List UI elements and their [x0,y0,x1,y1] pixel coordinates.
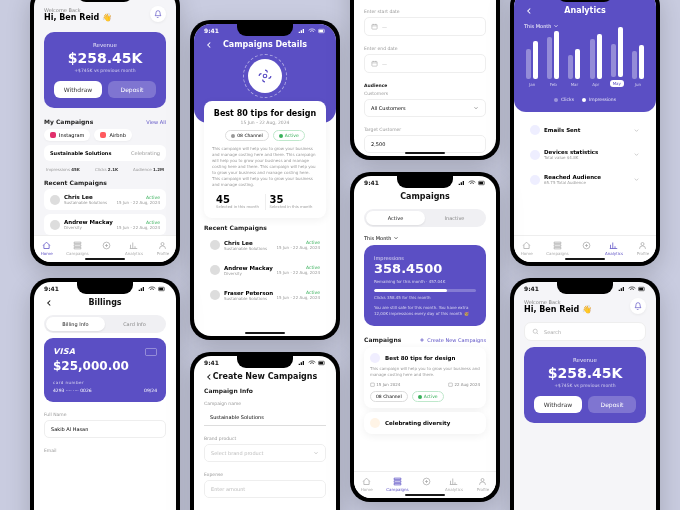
svg-rect-20 [371,383,375,386]
back-button[interactable] [44,293,54,312]
notifications-button[interactable] [630,298,646,314]
svg-rect-21 [449,383,453,386]
stat-row[interactable]: Devices statisticsTotal value $4.8K [524,144,646,165]
list-item[interactable]: Chris LeeSustainable SolutionsActive15 J… [204,235,326,256]
expense-input[interactable]: Enter amount [204,480,326,498]
withdraw-button[interactable]: Withdraw [534,396,582,413]
view-all-link[interactable]: View All [146,119,166,125]
back-button[interactable] [204,35,214,54]
campaign-pill-instagram[interactable]: Instagram [44,129,90,141]
nav-analytics[interactable]: Analytics [125,241,143,256]
fullname-input[interactable]: Sakib Al Hasan [44,420,166,438]
target-input[interactable]: 2,500 [364,135,486,153]
recent-row[interactable]: Andrew MackayDiversityActive15 Jun - 22 … [44,214,166,235]
create-new-link[interactable]: Create New Campaigns [419,337,486,343]
impressions-value: 358.4500 [374,261,476,276]
revenue-value: $258.45K [54,50,156,66]
nav-analytics[interactable]: Analytics [605,241,623,256]
nav-add[interactable] [102,241,111,256]
recent-row[interactable]: Chris LeeSustainable SolutionsActive15 J… [44,189,166,210]
seg-inactive[interactable]: Inactive [425,211,484,225]
phone-billings: 9:41 Billings Billing Info Card Info VIS… [30,278,180,510]
card-balance: $25,000.00 [53,359,157,373]
revenue-delta: +$745K vs previous month [54,68,156,73]
seg-billing-info[interactable]: Billing Info [46,317,105,331]
svg-rect-15 [146,348,157,355]
start-date-input[interactable]: — [364,17,486,36]
phone-form-partial: Enter start date— Enter end date— Audien… [350,0,500,160]
campaign-row[interactable]: Sustainable Solutions Celebrating [44,145,166,161]
phone-analytics: 9:41 Analytics This Month JanFebMarAprMa… [510,0,660,266]
nav-home[interactable]: Home [521,241,533,256]
list-item[interactable]: Fraser PetersonSustainable SolutionsActi… [204,285,326,306]
svg-rect-25 [639,287,643,289]
stat-row[interactable]: Reached Audience65.75 Total Audience [524,169,646,190]
deposit-button[interactable]: Deposit [108,81,156,98]
withdraw-button[interactable]: Withdraw [54,81,102,98]
user-greeting: Hi, Ben Reid 👋 [44,13,112,22]
chip-icon [145,348,157,356]
seg-active[interactable]: Active [366,211,425,225]
search-input[interactable]: Search [524,322,646,341]
nav-home[interactable]: Home [361,477,373,492]
nav-add[interactable] [422,477,431,492]
credit-card: VISA $25,000.00 card number 4293 ···· ··… [44,338,166,402]
card-number: 4293 ···· ···· 0026 [53,388,92,393]
deposit-button[interactable]: Deposit [588,396,636,413]
svg-point-3 [161,243,164,246]
svg-rect-19 [479,181,483,183]
chart-legend: ClicksImpressions [514,93,656,106]
campaign-pill-airbnb[interactable]: Airbnb [94,129,131,141]
campaign-name: Best 80 tips for design [212,109,318,118]
status-chip: Active [273,130,305,141]
revenue-label: Revenue [54,42,156,48]
period-dropdown[interactable]: This Month [354,231,496,245]
phone-campaign-details: 9:41 Campaigns Details Best 80 tips for … [190,20,340,340]
revenue-card: Revenue $258.45K +$745K vs previous mont… [44,32,166,108]
seg-card-info[interactable]: Card Info [105,317,164,331]
back-button[interactable] [524,1,534,20]
my-campaigns-heading: My Campaigns [44,118,93,125]
stat-row[interactable]: Emails Sent [524,120,646,140]
svg-point-12 [641,243,644,246]
nav-add[interactable] [582,241,591,256]
chevron-down-icon [473,105,479,111]
nav-profile[interactable]: Profile [477,477,489,492]
billing-segment: Billing Info Card Info [44,315,166,333]
nav-campaigns[interactable]: Campaigns [386,477,408,492]
campaign-dates: 15 Jun - 22 Aug, 2024 [212,120,318,125]
phone-dashboard-search: 9:41 Welcome BackHi, Ben Reid 👋 Search R… [510,278,660,510]
svg-point-6 [263,74,267,78]
search-icon [532,328,539,335]
page-title: Campaigns [400,192,450,201]
recent-campaigns-heading: Recent Campaigns [44,179,166,186]
nav-campaigns[interactable]: Campaigns [546,241,568,256]
svg-rect-8 [372,61,377,66]
notifications-button[interactable] [150,6,166,22]
analytics-chart: JanFebMarAprMayJun [514,33,656,93]
brand-select[interactable]: Select brand product [204,444,326,462]
campaign-avatar [248,59,282,93]
campaign-description: This campaign will help you to grow your… [212,146,318,188]
page-title: Billings [88,298,121,307]
nav-analytics[interactable]: Analytics [445,477,463,492]
back-button[interactable] [204,367,214,386]
chevron-down-icon [633,127,640,134]
campaign-name-input[interactable]: Sustainable Solutions [204,409,326,426]
nav-home[interactable]: Home [41,241,53,256]
nav-profile[interactable]: Profile [637,241,649,256]
progress-bar [374,289,476,292]
svg-point-26 [533,329,537,333]
svg-rect-7 [372,24,377,29]
svg-point-23 [481,479,484,482]
audience-select[interactable]: All Customers [364,99,486,117]
nav-profile[interactable]: Profile [157,241,169,256]
page-title: Analytics [564,6,605,15]
phone-create-campaign: 9:41 Create New Campaigns Campaign Info … [190,352,340,510]
card-brand: VISA [53,347,75,356]
svg-rect-17 [319,361,323,363]
channel-chip: 08 Channel [225,130,269,141]
nav-campaigns[interactable]: Campaigns [66,241,88,256]
end-date-input[interactable]: — [364,54,486,73]
list-item[interactable]: Andrew MackayDiversityActive15 Jun - 22 … [204,260,326,281]
